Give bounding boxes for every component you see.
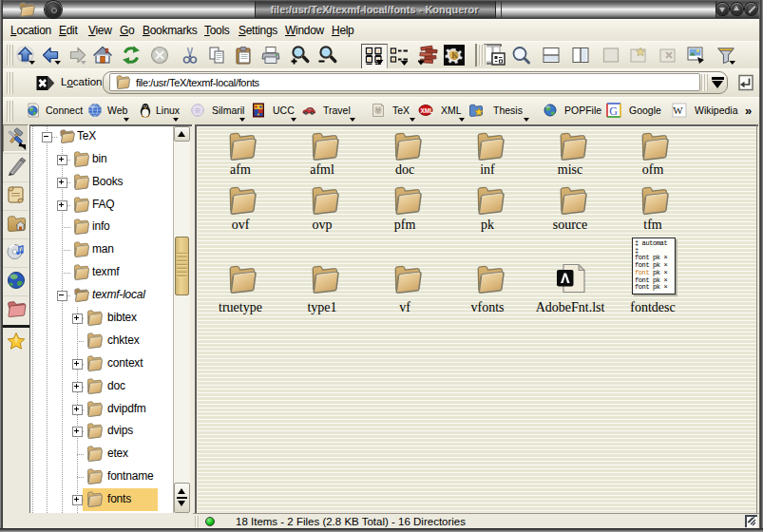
svg-text:W: W: [673, 104, 683, 116]
svg-text:XML: XML: [421, 107, 434, 114]
svg-text:G: G: [609, 104, 618, 118]
svg-text:K: K: [451, 51, 458, 60]
